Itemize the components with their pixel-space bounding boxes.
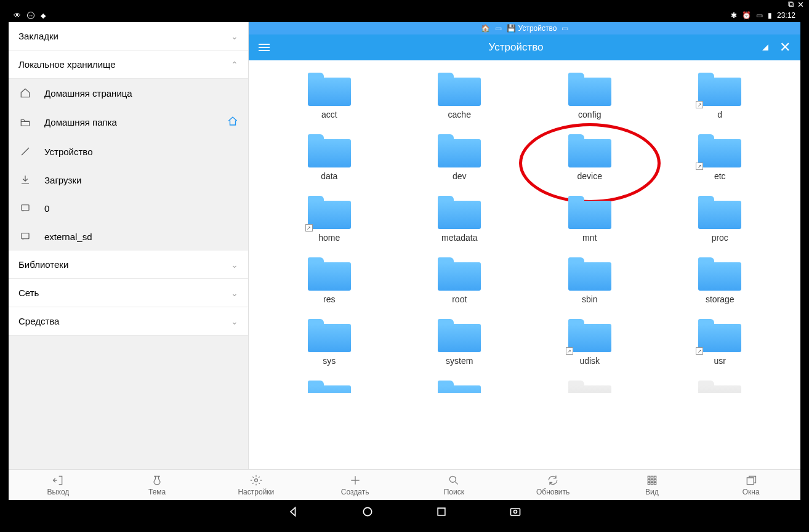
popout-icon[interactable]: ⧉: [788, 0, 794, 9]
section-label: Средства: [18, 316, 59, 326]
folder-label: sbin: [582, 294, 598, 304]
toolbar-create[interactable]: Создать: [305, 470, 404, 500]
folder-icon: [438, 257, 481, 291]
select-corner-icon[interactable]: [762, 44, 768, 50]
sidebar-item-home-folder[interactable]: Домашняя папка: [9, 107, 248, 137]
menu-icon[interactable]: [259, 44, 270, 51]
folder-partial[interactable]: [658, 381, 783, 393]
toolbar-view[interactable]: Вид: [603, 470, 702, 500]
breadcrumb-sep: ▭: [495, 24, 502, 33]
folder-usr[interactable]: ↗usr: [658, 319, 783, 366]
folder-system[interactable]: system: [398, 319, 522, 366]
svg-point-3: [450, 476, 456, 482]
folder-data[interactable]: data: [267, 134, 392, 181]
folder-icon: ↗: [308, 196, 351, 229]
folder-config[interactable]: config: [528, 73, 652, 119]
appbar-title: Устройство: [489, 41, 544, 54]
toolbar-theme[interactable]: Тема: [108, 470, 207, 500]
android-navbar: [9, 500, 800, 523]
shortcut-badge-icon: ↗: [305, 224, 313, 232]
svg-rect-7: [648, 479, 650, 481]
folder-metadata[interactable]: metadata: [398, 196, 522, 243]
folder-root[interactable]: root: [398, 257, 522, 304]
section-tools[interactable]: Средства ⌄: [9, 307, 248, 336]
folder-proc[interactable]: proc: [658, 196, 783, 243]
toolbar-label: Поиск: [444, 488, 464, 496]
folder-label: metadata: [441, 233, 477, 243]
svg-point-2: [254, 478, 257, 482]
svg-rect-11: [651, 482, 653, 484]
toolbar-label: Тема: [148, 488, 166, 496]
folder-device[interactable]: device: [528, 134, 652, 181]
folder-etc[interactable]: ↗etc: [658, 134, 783, 181]
folder-cache[interactable]: cache: [398, 73, 522, 119]
folder-sbin[interactable]: sbin: [528, 257, 652, 304]
section-label: Библиотеки: [18, 259, 68, 270]
toolbar-refresh[interactable]: Обновить: [504, 470, 603, 500]
folder-label: d: [717, 110, 722, 119]
section-bookmarks[interactable]: Закладки ⌄: [9, 22, 248, 50]
svg-rect-15: [438, 508, 445, 515]
folder-storage[interactable]: storage: [658, 257, 783, 304]
folder-label: data: [321, 171, 337, 181]
svg-rect-5: [651, 476, 653, 478]
folder-home[interactable]: ↗home: [267, 196, 392, 243]
toolbar-search[interactable]: Поиск: [404, 470, 504, 500]
folder-label: config: [578, 110, 601, 119]
toolbar-windows[interactable]: Окна: [701, 470, 800, 500]
frame-close-icon[interactable]: ✕: [797, 0, 804, 9]
folder-sys[interactable]: sys: [267, 319, 392, 366]
sidebar-item-home-page[interactable]: Домашняя страница: [9, 79, 248, 107]
sidebar-item-storage-0[interactable]: 0: [9, 194, 248, 222]
breadcrumb-current[interactable]: 💾 Устройство: [507, 24, 557, 33]
section-libraries[interactable]: Библиотеки ⌄: [9, 251, 248, 279]
section-local-storage[interactable]: Локальное хранилище ⌃: [9, 50, 248, 79]
sidebar-item-device[interactable]: Устройство: [9, 137, 248, 166]
nav-recent[interactable]: [435, 506, 448, 518]
folder-icon: [438, 381, 481, 393]
cast-icon: ▭: [756, 11, 763, 20]
close-icon[interactable]: ✕: [779, 39, 791, 55]
folder-partial[interactable]: [267, 381, 392, 393]
svg-rect-13: [747, 477, 754, 484]
home-icon: [18, 87, 32, 99]
folder-udisk[interactable]: ↗udisk: [528, 319, 652, 366]
eye-icon: 👁: [14, 11, 21, 20]
nav-back[interactable]: [288, 506, 300, 518]
folder-partial[interactable]: [528, 381, 652, 393]
folder-d[interactable]: ↗d: [658, 73, 783, 119]
bluetooth-icon: ✱: [731, 11, 737, 20]
sidebar-item-label: Домашняя страница: [44, 88, 238, 99]
folder-label: mnt: [582, 233, 597, 243]
device-crumb-icon: 💾: [507, 24, 516, 33]
toolbar-exit[interactable]: Выход: [9, 470, 108, 500]
sidebar-item-external-sd[interactable]: external_sd: [9, 222, 248, 251]
folder-mnt[interactable]: mnt: [528, 196, 652, 243]
folder-icon: [698, 257, 741, 291]
folder-res[interactable]: res: [267, 257, 392, 304]
folder-icon: ↗: [698, 319, 741, 352]
folder-partial[interactable]: [398, 381, 522, 393]
clock: 23:12: [777, 11, 795, 20]
folder-icon: [438, 319, 481, 352]
battery-icon: ▮: [768, 11, 772, 20]
folder-dev[interactable]: dev: [398, 134, 522, 181]
alarm-icon: ⏰: [742, 11, 751, 20]
breadcrumb[interactable]: 🏠 ▭ 💾 Устройство ▭: [249, 22, 800, 34]
folder-icon: [568, 381, 611, 393]
folder-acct[interactable]: acct: [267, 73, 392, 119]
home-indicator-icon: [227, 116, 238, 129]
chevron-down-icon: ⌄: [231, 31, 238, 41]
nav-screenshot[interactable]: [509, 506, 521, 518]
chevron-down-icon: ⌄: [231, 288, 238, 298]
toolbar-settings[interactable]: Настройки: [207, 470, 306, 500]
shortcut-badge-icon: ↗: [696, 163, 703, 170]
section-network[interactable]: Сеть ⌄: [9, 279, 248, 307]
nav-home[interactable]: [361, 506, 374, 518]
folder-icon: [308, 257, 351, 291]
sidebar-item-downloads[interactable]: Загрузки: [9, 166, 248, 194]
toolbar-label: Обновить: [536, 488, 570, 496]
breadcrumb-home-icon[interactable]: 🏠: [481, 24, 490, 33]
folder-label: home: [318, 233, 340, 243]
svg-rect-1: [22, 233, 29, 239]
